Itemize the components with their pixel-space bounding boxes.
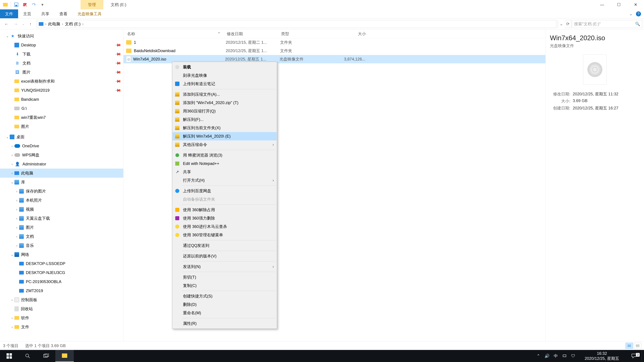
ctx-mount[interactable]: 装载 [172,63,276,71]
search-icon[interactable]: 🔍 [635,22,640,26]
contextual-tab-manage[interactable]: 管理 [80,0,103,9]
tree-excel[interactable]: excel表格制作求和📌 [0,77,123,86]
tree-pictures2[interactable]: 图片 [0,122,123,131]
chevron-right-icon[interactable]: › [45,22,46,26]
tree-files[interactable]: ›文件 [0,323,123,332]
tree-ctrlpanel[interactable]: ›控制面板 [0,295,123,304]
navigation-tree[interactable]: ⌄★快速访问 Desktop📌 ⬇下载📌 🗎文档📌 🖼图片📌 excel表格制作… [0,29,124,343]
expand-icon[interactable]: › [14,207,19,211]
ctx-extract-here[interactable]: 解压到当前文件夹(X) [172,124,276,132]
ctx-open-with[interactable]: 打开方式(H)› [172,176,276,185]
view-details-button[interactable] [626,343,633,349]
tree-pics-lib[interactable]: ›图片 [0,223,123,232]
ctx-open-360[interactable]: 用360压缩打开(Q) [172,107,276,115]
chevron-right-icon[interactable]: › [62,22,63,26]
ctx-shortcut[interactable]: 创建快捷方式(S) [172,292,276,300]
file-row[interactable]: BaiduNetdiskDownload 2020/12/25, 星期五 1..… [124,46,546,55]
tree-documents[interactable]: 🗎文档📌 [0,59,123,68]
breadcrumb[interactable]: › 此电脑 › 文档 (E:) › [36,20,556,28]
minimize-button[interactable]: — [594,0,610,9]
task-view-button[interactable] [37,350,55,362]
tree-desktop[interactable]: Desktop📌 [0,40,123,50]
app-icon[interactable] [1,1,10,9]
file-row[interactable]: 1 2020/12/15, 星期二 1... 文件夹 [124,38,546,46]
tree-pc1[interactable]: DESKTOP-LSSOEDP [0,259,123,268]
tree-wps[interactable]: ›WPS网盘 [0,150,123,160]
ribbon-home[interactable]: 主页 [18,9,36,18]
tree-win7reinstall[interactable]: win7重装win7 [0,113,123,122]
ctx-send-to[interactable]: 发送到(N)› [172,263,276,271]
tree-recycle[interactable]: 回收站 [0,304,123,313]
tree-music-lib[interactable]: ›音乐 [0,241,123,250]
ctx-add-zip[interactable]: 添加到 "Win7x64_2020.zip" (T) [172,98,276,107]
view-icons-button[interactable] [634,343,641,349]
ctx-copy[interactable]: 复制(C) [172,281,276,290]
expand-icon[interactable]: ⌄ [5,34,10,38]
breadcrumb-folder[interactable]: 文档 (E:) [65,21,80,27]
qat-redo-icon[interactable] [30,1,38,9]
chevron-right-icon[interactable]: › [82,22,84,26]
tree-bandicam[interactable]: Bandicam [0,95,123,104]
ctx-extract-to[interactable]: 解压到(F)... [172,115,276,124]
expand-icon[interactable]: ⌄ [5,135,10,139]
security-icon[interactable]: 🛡 [569,350,578,362]
tree-pc4[interactable]: ZMT2019 [0,286,123,295]
ctx-share[interactable]: ↗共享 [172,168,276,176]
tree-libraries[interactable]: ⌄库 [0,178,123,187]
tree-quick-access[interactable]: ⌄★快速访问 [0,31,123,40]
ctx-honey[interactable]: 用 蜂蜜浏览器 浏览(3) [172,151,276,159]
tree-yunqishi[interactable]: YUNQISHI2019📌 [0,86,123,95]
tree-saved-pics[interactable]: ›保存的图片 [0,187,123,196]
expand-icon[interactable]: › [14,244,19,248]
expand-icon[interactable]: › [10,153,14,157]
ctx-extract-named[interactable]: 解压到 Win7x64_2020\ (E) [172,132,276,140]
col-type[interactable]: 类型 [280,31,326,36]
tree-admin[interactable]: ›👤Administrator [0,160,123,169]
breadcrumb-thispc[interactable]: 此电脑 [48,21,60,27]
search-button[interactable] [18,350,37,362]
expand-icon[interactable]: › [14,198,19,202]
ribbon-file[interactable]: 文件 [0,9,18,18]
expand-icon[interactable]: › [10,171,14,175]
nav-forward-button[interactable]: → [11,19,20,29]
ctx-notepad[interactable]: Edit with Notepad++ [172,159,276,168]
refresh-button[interactable]: ⟳ [564,20,571,28]
taskbar-clock[interactable]: 16:32 2020/12/25, 星期五 [578,351,626,361]
start-button[interactable] [0,350,18,362]
ribbon-disc-tools[interactable]: 光盘映像工具 [72,9,107,18]
tree-network[interactable]: ⌄网络 [0,250,123,259]
nav-back-button[interactable]: ← [2,19,11,29]
tree-desktop-root[interactable]: ⌄桌面 [0,132,123,141]
ctx-other-compress[interactable]: 其他压缩命令› [172,140,276,149]
ctx-add-archive[interactable]: 添加到压缩文件(A)... [172,90,276,98]
help-icon[interactable]: ? [636,11,641,16]
tree-pictures[interactable]: 🖼图片📌 [0,68,123,77]
expand-icon[interactable]: ⌄ [10,253,14,257]
tray-overflow-icon[interactable]: ⌃ [534,350,543,362]
tree-thispc[interactable]: ›此电脑 [0,169,123,178]
expand-icon[interactable]: › [10,298,14,302]
expand-icon[interactable]: › [14,235,19,239]
maximize-button[interactable]: ☐ [610,0,627,9]
col-date[interactable]: 修改日期 [226,31,280,36]
action-center-button[interactable]: 3 [626,354,642,358]
qat-save-icon[interactable] [12,1,20,9]
ctx-360-scan[interactable]: 使用 360进行木马云查杀 [172,222,276,231]
tree-pc3[interactable]: PC-20190530OBLA [0,277,123,286]
ctx-burn[interactable]: 刻录光盘映像 [172,71,276,80]
tree-camera-roll[interactable]: ›本机照片 [0,196,123,205]
tree-onedrive[interactable]: ›OneDrive [0,141,123,150]
expand-icon[interactable]: ⌄ [10,180,14,184]
network-icon[interactable] [560,350,569,362]
expand-icon[interactable]: › [10,325,14,329]
qat-customize-dropdown-icon[interactable]: ▾ [38,1,46,9]
tree-downloads[interactable]: ⬇下载📌 [0,50,123,59]
ctx-youdao[interactable]: 上传到有道云笔记 [172,80,276,88]
ribbon-share[interactable]: 共享 [36,9,54,18]
ctx-restore[interactable]: 还原以前的版本(V) [172,252,276,260]
tree-pc2[interactable]: DESKTOP-NJEU3CG [0,268,123,277]
tree-tianyi[interactable]: ›天翼云盘下载 [0,214,123,223]
volume-icon[interactable]: 🔊 [543,350,552,362]
expand-icon[interactable]: › [10,162,14,166]
ime-icon[interactable]: 中 [552,350,560,362]
